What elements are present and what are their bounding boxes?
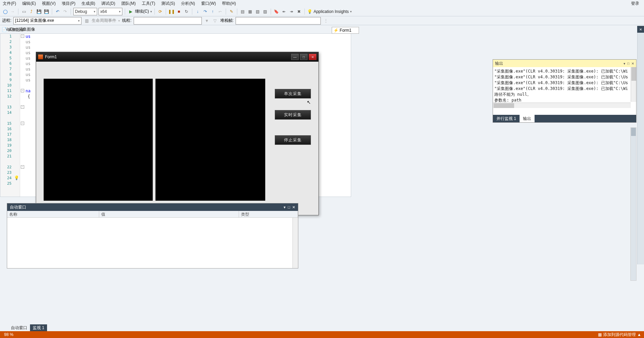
form1-titlebar[interactable]: Form1 — □ ✕ bbox=[36, 52, 318, 62]
single-capture-button[interactable]: 单次采集 bbox=[275, 89, 311, 98]
back-icon[interactable]: ◯ bbox=[2, 9, 8, 15]
output-hscrollbar[interactable] bbox=[493, 103, 631, 108]
filter1-icon[interactable]: ▼ bbox=[204, 18, 210, 24]
output-panel: 输出 ▾ □ ✕ "采集图像.exe"(CLR v4.0.30319: 采集图像… bbox=[493, 59, 636, 123]
auto-body[interactable] bbox=[7, 218, 298, 268]
col-type[interactable]: 类型 bbox=[239, 211, 298, 217]
stackframe-combo[interactable] bbox=[236, 17, 321, 25]
hotreload-icon[interactable]: ⟳ bbox=[157, 9, 163, 15]
lightbulb-icon[interactable]: 💡 bbox=[14, 175, 19, 180]
auto-window-titlebar[interactable]: 自动窗口 ▾ □ ✕ bbox=[7, 203, 298, 211]
step-into-icon[interactable]: ↓ bbox=[195, 9, 201, 15]
redo-icon[interactable]: ↷ bbox=[62, 9, 68, 15]
nav-combo[interactable]: ⚡ Form1 bbox=[332, 27, 359, 34]
menu-edit[interactable]: 编辑(E) bbox=[22, 1, 36, 6]
save-icon[interactable]: 💾 bbox=[36, 9, 42, 15]
panel-dropdown-icon[interactable]: ▾ bbox=[624, 62, 625, 65]
output-tabs: 并行监视 1 输出 bbox=[493, 115, 636, 122]
new-icon[interactable]: ▭ bbox=[21, 9, 27, 15]
continue-label[interactable]: 继续(C) bbox=[135, 9, 149, 14]
tab-watch1[interactable]: 监视 1 bbox=[30, 324, 47, 331]
step-out-icon[interactable]: ↑ bbox=[210, 9, 216, 15]
tab-auto-window[interactable]: 自动窗口 bbox=[8, 324, 30, 331]
continue-icon[interactable]: ▶ bbox=[128, 9, 134, 15]
process-combo[interactable]: [12164] 采集图像.exe▾ bbox=[13, 17, 81, 25]
form1-client: 单次采集 实时采集 停止采集 bbox=[36, 62, 318, 215]
layout-icon[interactable]: ▤ bbox=[240, 9, 246, 15]
panel-close-icon[interactable]: ✕ bbox=[292, 205, 295, 210]
forward-icon[interactable]: → bbox=[10, 9, 16, 15]
layout3-icon[interactable]: ▧ bbox=[255, 9, 261, 15]
tab-output[interactable]: 输出 bbox=[520, 115, 535, 122]
col-name[interactable]: 名称 bbox=[7, 211, 99, 217]
menu-help[interactable]: 帮助(H) bbox=[222, 1, 236, 6]
fold-icon[interactable]: − bbox=[21, 105, 24, 109]
app-insights-button[interactable]: 💡 Application Insights ▾ bbox=[307, 9, 352, 14]
lifecycle-icon[interactable]: ▥ bbox=[84, 18, 90, 24]
form1-window: Form1 — □ ✕ 单次采集 实时采集 停止采集 bbox=[36, 52, 319, 215]
filter2-icon[interactable]: ▽ bbox=[212, 18, 218, 24]
stop-capture-button[interactable]: 停止采集 bbox=[275, 135, 311, 145]
restart-icon[interactable]: ↻ bbox=[183, 9, 190, 15]
bookmark-icon[interactable]: 🔖 bbox=[273, 9, 280, 15]
source-control-button[interactable]: ▦ 添加到源代码管理 ▲ bbox=[598, 332, 641, 338]
fold-icon[interactable]: − bbox=[21, 34, 24, 38]
realtime-capture-button[interactable]: 实时采集 bbox=[275, 110, 311, 120]
menu-team[interactable]: 团队(M) bbox=[121, 1, 136, 6]
tab-parallel-watch[interactable]: 并行监视 1 bbox=[493, 115, 520, 122]
lifecycle-label: 生命周期事件 bbox=[92, 18, 116, 24]
main-area: NuGet: 采集图像 📄 采集图像 ⚡ Form1 123 456 789 1… bbox=[0, 25, 644, 331]
fold-icon[interactable]: − bbox=[21, 122, 24, 125]
misc-icon[interactable]: ⋮ bbox=[323, 18, 329, 24]
bookmark-prev-icon[interactable]: ↞ bbox=[281, 9, 287, 15]
login-link[interactable]: 登录 bbox=[631, 1, 639, 6]
menu-debug[interactable]: 调试(D) bbox=[101, 1, 115, 6]
menu-test[interactable]: 测试(S) bbox=[161, 1, 175, 6]
menu-window[interactable]: 窗口(W) bbox=[201, 1, 216, 6]
side-close-icon[interactable]: ✕ bbox=[637, 26, 644, 33]
panel-close-icon[interactable]: ✕ bbox=[631, 62, 634, 65]
step-back-icon[interactable]: ⤺ bbox=[217, 9, 223, 15]
menu-bar: 文件(F) 编辑(E) 视图(V) 项目(P) 生成(B) 调试(D) 团队(M… bbox=[0, 0, 644, 7]
tab-doc[interactable]: 📄 采集图像 bbox=[2, 27, 24, 33]
menu-view[interactable]: 视图(V) bbox=[42, 1, 56, 6]
platform-combo[interactable]: x64▾ bbox=[99, 8, 122, 15]
undo-icon[interactable]: ↶ bbox=[55, 9, 61, 15]
image-panel-1 bbox=[44, 79, 153, 201]
col-value[interactable]: 值 bbox=[99, 211, 239, 217]
layout4-icon[interactable]: ▨ bbox=[262, 9, 268, 15]
maximize-button[interactable]: □ bbox=[300, 54, 308, 60]
form1-title: Form1 bbox=[45, 55, 57, 59]
output-titlebar[interactable]: 输出 ▾ □ ✕ bbox=[493, 60, 636, 67]
stop-icon[interactable]: ■ bbox=[176, 9, 182, 15]
bookmark-next-icon[interactable]: ↠ bbox=[288, 9, 295, 15]
auto-vscrollbar[interactable] bbox=[293, 218, 298, 268]
open-icon[interactable]: ⤴ bbox=[28, 9, 34, 15]
fold-icon[interactable]: − bbox=[21, 165, 24, 169]
plus-icon: ▦ bbox=[598, 332, 602, 337]
step-over-icon[interactable]: ↷ bbox=[202, 9, 208, 15]
editor-vscrollbar[interactable] bbox=[630, 127, 636, 281]
menu-project[interactable]: 项目(P) bbox=[62, 1, 75, 6]
menu-build[interactable]: 生成(B) bbox=[81, 1, 95, 6]
bookmark-clear-icon[interactable]: ✖ bbox=[296, 9, 302, 15]
stackframe-label: 堆栈帧: bbox=[220, 18, 234, 24]
side-toolwindow-strip[interactable] bbox=[637, 33, 644, 264]
panel-maximize-icon[interactable]: □ bbox=[288, 205, 290, 210]
menu-file[interactable]: 文件(F) bbox=[3, 1, 16, 6]
menu-tools[interactable]: 工具(T) bbox=[142, 1, 155, 6]
diag-icon[interactable]: ✎ bbox=[228, 9, 235, 15]
saveall-icon[interactable]: 💾 bbox=[43, 9, 49, 15]
minimize-button[interactable]: — bbox=[291, 54, 299, 60]
panel-maximize-icon[interactable]: □ bbox=[627, 62, 629, 65]
fold-icon[interactable]: − bbox=[21, 89, 24, 92]
close-button[interactable]: ✕ bbox=[309, 54, 316, 60]
layout2-icon[interactable]: ▦ bbox=[247, 9, 253, 15]
menu-analyze[interactable]: 分析(N) bbox=[181, 1, 195, 6]
config-combo[interactable]: Debug▾ bbox=[73, 8, 97, 15]
output-vscrollbar[interactable] bbox=[631, 67, 636, 102]
pause-icon[interactable]: ❚❚ bbox=[168, 9, 175, 15]
panel-dropdown-icon[interactable]: ▾ bbox=[284, 205, 286, 210]
output-body[interactable]: "采集图像.exe"(CLR v4.0.30319: 采集图像.exe): 已加… bbox=[493, 67, 636, 108]
thread-combo[interactable] bbox=[134, 17, 202, 25]
